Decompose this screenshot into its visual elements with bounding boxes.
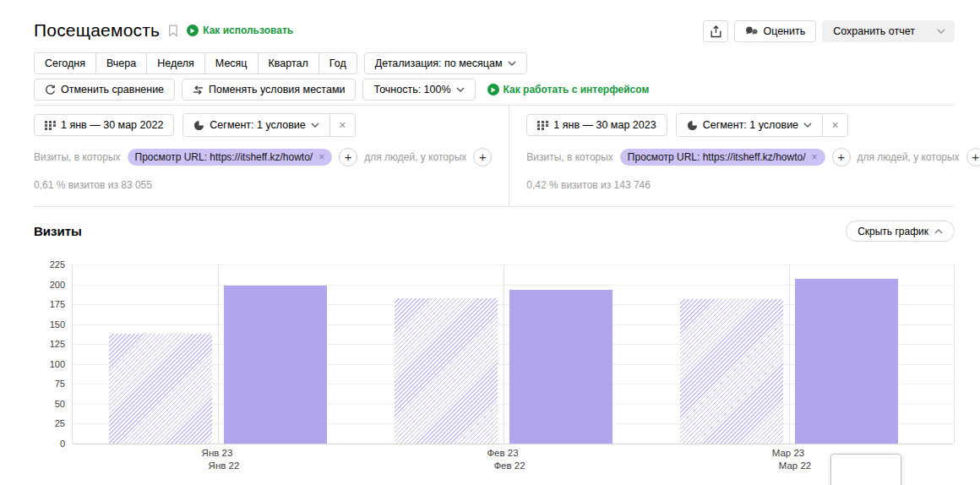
segment-button-a[interactable]: Сегмент: 1 условие: [183, 114, 329, 136]
y-axis-tick-label: 125: [50, 339, 65, 349]
period-tabs: СегодняВчераНеделяМесяцКварталГод: [34, 52, 357, 74]
export-button[interactable]: [703, 20, 728, 42]
add-people-condition-button-a[interactable]: +: [473, 148, 492, 166]
pie-chart-icon: [193, 120, 204, 131]
chevron-down-icon: [937, 29, 945, 34]
share-icon: [710, 25, 721, 38]
segment-panel-a: 1 янв — 30 мар 2022 Сегмент: 1 условие ×…: [34, 106, 509, 206]
y-axis-tick-label: 25: [55, 418, 65, 428]
date-range-button-b[interactable]: 1 янв — 30 мар 2023: [526, 114, 667, 136]
y-axis-tick-label: 175: [50, 299, 65, 309]
date-range-button-a[interactable]: 1 янв — 30 мар 2022: [34, 114, 174, 136]
save-report-button[interactable]: Сохранить отчет: [822, 20, 955, 42]
x-axis-tick-label: Фев 23Фев 22: [480, 447, 525, 472]
segment-stats-b: 0,42 % визитов из 143 746: [526, 179, 980, 191]
x-gridline: [789, 264, 790, 444]
y-axis-tick-label: 150: [50, 319, 65, 330]
chevron-down-icon: [311, 123, 319, 128]
y-gridline: [73, 264, 954, 265]
refresh-icon: [45, 84, 56, 95]
page-title: Посещаемость: [34, 20, 160, 41]
partial-tooltip-box: [830, 454, 901, 485]
play-icon: [487, 84, 499, 95]
chevron-down-icon: [508, 61, 516, 66]
bar-1-янв-—-30-мар-2022-0[interactable]: [109, 334, 212, 444]
remove-segment-button-a[interactable]: ×: [329, 114, 355, 136]
chart-plot: [72, 264, 955, 444]
visits-condition-label: Визиты, в которых: [526, 151, 613, 163]
x-axis-tick-label: Янв 23Янв 22: [195, 447, 240, 472]
interface-help-link[interactable]: Как работать с интерфейсом: [487, 84, 650, 95]
period-tab-4[interactable]: Квартал: [259, 52, 319, 74]
chip-close-icon[interactable]: ×: [812, 151, 818, 163]
segment-button-b[interactable]: Сегмент: 1 условие: [677, 114, 822, 136]
bar-1-янв-—-30-мар-2023-0[interactable]: [224, 286, 327, 444]
chevron-down-icon: [803, 123, 812, 128]
visits-chart: 0255075100125150175200225Янв 23Янв 22Фев…: [34, 264, 955, 476]
y-axis-tick-label: 75: [55, 379, 65, 389]
bar-1-янв-—-30-мар-2023-2[interactable]: [795, 279, 898, 444]
accuracy-button[interactable]: Точность: 100%: [362, 79, 475, 101]
add-people-condition-button-b[interactable]: +: [966, 148, 980, 166]
cancel-comparison-button[interactable]: Отменить сравнение: [34, 79, 175, 101]
period-tab-2[interactable]: Неделя: [147, 52, 205, 74]
add-visit-condition-button-a[interactable]: +: [339, 148, 357, 166]
period-tab-5[interactable]: Год: [319, 52, 357, 74]
people-condition-label: для людей, у которых: [364, 151, 466, 163]
chevron-down-icon: [456, 87, 465, 92]
x-axis-tick-label: Мар 23Мар 22: [765, 447, 812, 472]
bar-1-янв-—-30-мар-2022-1[interactable]: [395, 298, 498, 444]
period-tabs-row: СегодняВчераНеделяМесяцКварталГод Детали…: [34, 52, 955, 74]
hide-chart-button[interactable]: Скрыть график: [846, 221, 955, 242]
segment-stats-a: 0,61 % визитов из 83 055: [34, 179, 492, 191]
y-axis-tick-label: 225: [50, 259, 65, 270]
add-visit-condition-button-b[interactable]: +: [832, 148, 851, 166]
usage-help-link[interactable]: Как использовать: [187, 25, 293, 36]
chip-close-icon[interactable]: ×: [318, 151, 324, 163]
calendar-grid-icon: [45, 121, 56, 130]
bar-1-янв-—-30-мар-2022-2[interactable]: [680, 299, 783, 444]
detalization-button[interactable]: Детализация: по месяцам: [364, 52, 527, 74]
chart-title: Визиты: [34, 224, 82, 238]
play-icon: [187, 25, 199, 36]
pie-chart-icon: [687, 120, 698, 131]
url-condition-chip-a[interactable]: Просмотр URL: https://itsheff.kz/howto/ …: [128, 149, 333, 166]
y-axis-tick-label: 0: [60, 439, 65, 449]
y-axis-tick-label: 100: [50, 359, 65, 369]
period-tab-0[interactable]: Сегодня: [34, 52, 96, 74]
period-tab-3[interactable]: Месяц: [205, 52, 259, 74]
remove-segment-button-b[interactable]: ×: [822, 114, 847, 136]
bar-1-янв-—-30-мар-2023-1[interactable]: [509, 290, 612, 444]
tools-row: Отменить сравнение Поменять условия мест…: [34, 79, 955, 101]
comparison-panels: 1 янв — 30 мар 2022 Сегмент: 1 условие ×…: [34, 105, 955, 207]
feedback-icon: [745, 26, 758, 36]
x-gridline: [218, 264, 219, 444]
people-condition-label: для людей, у которых: [858, 151, 960, 163]
swap-conditions-button[interactable]: Поменять условия местами: [182, 79, 356, 101]
swap-icon: [193, 85, 204, 95]
x-gridline: [504, 264, 504, 444]
period-tab-1[interactable]: Вчера: [96, 52, 147, 74]
y-gridline: [73, 444, 954, 444]
chevron-up-icon: [934, 229, 943, 234]
url-condition-chip-b[interactable]: Просмотр URL: https://itsheff.kz/howto/ …: [620, 149, 825, 166]
topbar: Посещаемость Как использовать Оценить Со…: [34, 20, 955, 42]
y-axis-tick-label: 50: [55, 399, 65, 409]
calendar-grid-icon: [537, 121, 548, 130]
y-axis-tick-label: 200: [50, 280, 65, 290]
segment-panel-b: 1 янв — 30 мар 2023 Сегмент: 1 условие ×…: [509, 106, 980, 206]
bookmark-icon[interactable]: [168, 25, 178, 37]
visits-condition-label: Визиты, в которых: [34, 151, 121, 163]
rate-button[interactable]: Оценить: [734, 20, 816, 42]
